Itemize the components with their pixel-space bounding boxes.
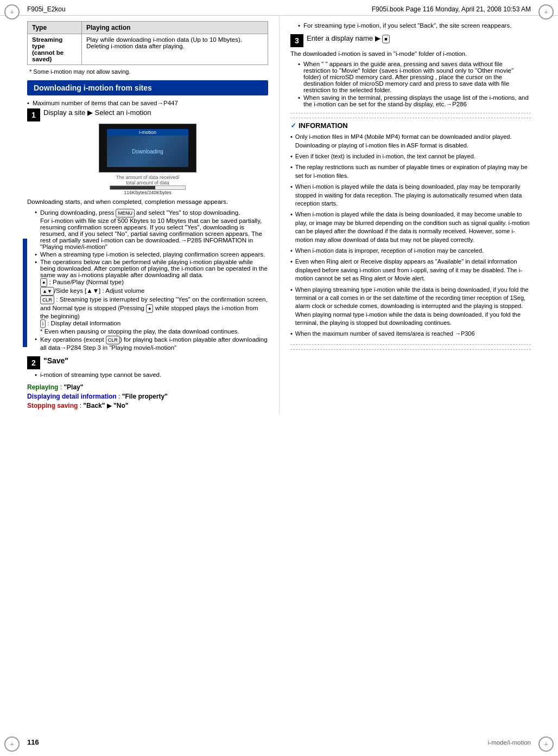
screenshot-label: i-motion [107, 129, 188, 136]
max-items-bullet: Maximum number of items that can be save… [27, 100, 268, 106]
step1-bullet1: • During downloading, press MENU and sel… [35, 209, 268, 351]
information-section: INFORMATION Only i-motion files in MP4 (… [290, 118, 531, 345]
step1-bullet4-text: Key operations (except CLR) for playing … [40, 336, 268, 351]
action-displaying: Displaying detail information : "File pr… [27, 393, 268, 400]
screenshot-inner: i-motion Downloading [107, 129, 188, 167]
step3-bullet1: • When " " appears in the guide area, pr… [298, 61, 531, 93]
key-icon-display: i [40, 319, 46, 328]
step3-block: 3 Enter a display name ▶ ■ The downloade… [290, 34, 531, 107]
blue-section-title: Downloading i-motion from sites [27, 80, 268, 95]
step2-header: 2 "Save" [27, 356, 268, 369]
step2-number: 2 [27, 356, 40, 369]
screenshot-box: i-motion Downloading [99, 124, 196, 172]
streaming-back-item: • For streaming type i-motion, if you se… [298, 22, 531, 29]
screenshot-downloading-text: Downloading [132, 149, 163, 155]
step3-bullet2-text: When saving in the terminal, pressing di… [303, 94, 531, 107]
playing-action-table: Type Playing action Streaming type(canno… [27, 21, 268, 65]
step1-text: Display a site ▶ Select an i-motion [43, 108, 268, 117]
step1-bullet2-item: • When a streaming type i-motion is sele… [35, 251, 268, 258]
action-lines: Replaying : "Play" Displaying detail inf… [27, 383, 268, 409]
page-header: F905i_E2kou F905i.book Page 116 Monday, … [0, 0, 558, 16]
step1-desc: Downloading starts, and when completed, … [27, 197, 268, 207]
step3-header: 3 Enter a display name ▶ ■ [290, 34, 531, 47]
header-right: F905i.book Page 116 Monday, April 21, 20… [372, 5, 531, 13]
bullet-mark6: • [298, 22, 300, 29]
step2-bullet-streaming: • i-motion of streaming type cannot be s… [35, 371, 268, 378]
step3-number: 3 [290, 34, 303, 47]
action-stopping: Stopping saving : "Back" ▶ "No" [27, 402, 268, 409]
streaming-type-label: Streaming type(cannot be saved) [32, 36, 64, 62]
step2-list: • i-motion of streaming type cannot be s… [35, 371, 268, 378]
step3-content: Enter a display name ▶ ■ [307, 34, 531, 46]
step1-block: 1 Display a site ▶ Select an i-motion i-… [27, 108, 268, 351]
corner-mark-bl [4, 736, 20, 752]
step1-number: 1 [27, 108, 40, 121]
info-bullet-7: Even when Ring alert or Receive display … [290, 258, 531, 283]
step2-streaming-text: i-motion of streaming type cannot be sav… [40, 371, 161, 378]
step3-bullets: • When " " appears in the guide area, pr… [298, 61, 531, 107]
information-title: INFORMATION [290, 121, 531, 130]
key-icon-pause: ● [40, 278, 47, 287]
step1-bullet1-text: During downloading, press MENU and selec… [40, 209, 268, 250]
replaying-action: : "Play" [58, 383, 83, 391]
key-icon-clr2: CLR [106, 336, 120, 344]
step2-block: 2 "Save" • i-motion of streaming type ca… [27, 356, 268, 409]
header-left: F905i_E2kou [27, 5, 66, 13]
displaying-label: Displaying detail information [27, 393, 117, 400]
key-icon-side: ▲▼ [40, 287, 54, 296]
key-icon-clr: CLR [40, 296, 54, 304]
dashed-divider [290, 113, 531, 113]
info-bullet-9: When the maximum number of saved items/a… [290, 330, 531, 338]
streaming-back-text: For streaming type i-motion, if you sele… [303, 22, 511, 29]
info-bullet-3: The replay restrictions such as number o… [290, 163, 531, 180]
progress-bar-text: 116Kbytes/240Kbytes [27, 190, 268, 195]
blue-sidebar [23, 239, 27, 347]
step1-bullet4-item: • Key operations (except CLR) for playin… [35, 336, 268, 351]
step1-bullet3-item: • The operations below can be performed … [35, 259, 268, 335]
step3-text: Enter a display name ▶ ■ [307, 34, 531, 43]
key-icon-menu: MENU [116, 209, 135, 217]
progress-bar-inner [110, 186, 155, 189]
page-footer: 116 i-mode/i-motion [27, 738, 531, 746]
page-container: F905i_E2kou F905i.book Page 116 Monday, … [0, 0, 558, 756]
info-bullet-6: When i-motion data is improper, receptio… [290, 247, 531, 255]
table-col1-header: Type [28, 22, 82, 34]
step1-bullet3-text: The operations below can be performed wh… [40, 259, 268, 335]
left-column: Type Playing action Streaming type(canno… [27, 16, 279, 415]
table-row-streaming-action: Play while downloading i-motion data (Up… [81, 34, 268, 65]
footer-text: i-mode/i-motion [488, 739, 531, 746]
info-bullet-4: When i-motion is played while the data i… [290, 183, 531, 208]
step1-content: Display a site ▶ Select an i-motion [43, 108, 268, 120]
step2-label: "Save" [43, 356, 268, 365]
max-items-text: Maximum number of items that can be save… [33, 100, 178, 106]
key-icon-enter: ■ [382, 35, 389, 43]
dashed-divider-bottom [290, 349, 531, 350]
streaming-back-bullet: • For streaming type i-motion, if you se… [298, 22, 531, 29]
bullet-mark2: • [35, 251, 37, 258]
bullet-mark3: • [35, 259, 37, 265]
info-bullet-2: Even if ticker (text) is included in i-m… [290, 152, 531, 161]
table-row-streaming-type: Streaming type(cannot be saved) [28, 34, 82, 65]
displaying-action: : "File property" [117, 393, 168, 400]
replaying-label: Replaying [27, 383, 58, 391]
bullet-mark8: • [298, 94, 300, 101]
step1-header: 1 Display a site ▶ Select an i-motion [27, 108, 268, 121]
step1-bullet2-text: When a streaming type i-motion is select… [40, 251, 265, 258]
step3-bullet1-text: When " " appears in the guide area, pres… [303, 61, 531, 93]
step1-bullet1-item: • During downloading, press MENU and sel… [35, 209, 268, 250]
step2-content: "Save" [43, 356, 268, 367]
info-bullet-5: When i-motion is played while the data i… [290, 210, 531, 244]
step3-desc1: The downloaded i-motion is saved in "i-m… [290, 49, 531, 59]
info-bullet-1: Only i-motion files in MP4 (Mobile MP4) … [290, 133, 531, 150]
progress-bar-outer [110, 185, 186, 190]
progress-bar-label: The amount of data received/total amount… [27, 175, 268, 185]
bullet-mark4: • [35, 336, 37, 342]
key-icon-pause2: ● [146, 304, 153, 313]
right-column: • For streaming type i-motion, if you se… [279, 16, 531, 415]
info-bullet-8: When playing streaming type i-motion whi… [290, 286, 531, 328]
bullet-mark5: • [35, 371, 37, 378]
bullet-mark: • [35, 209, 37, 215]
main-content: Type Playing action Streaming type(canno… [0, 16, 558, 415]
bullet-mark7: • [298, 61, 300, 67]
action-replaying: Replaying : "Play" [27, 383, 268, 391]
